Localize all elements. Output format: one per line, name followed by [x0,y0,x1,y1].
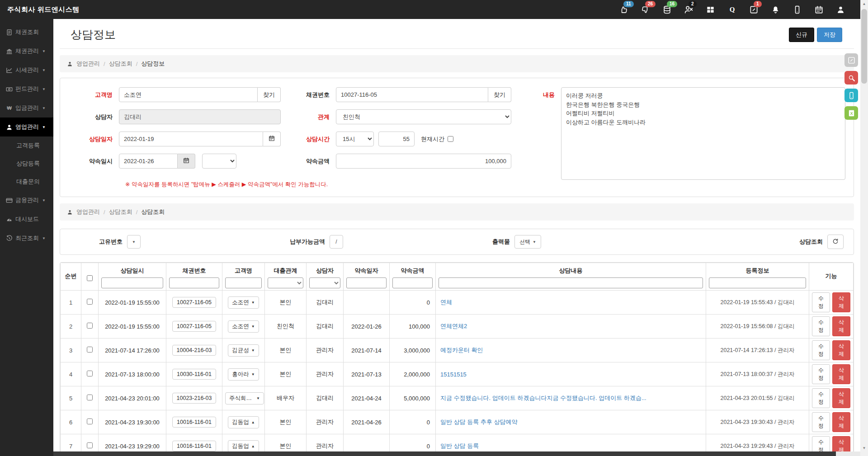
memo-edit-button[interactable] [844,53,858,67]
column-filter-input[interactable] [225,277,262,288]
customer-dropdown-button[interactable]: 소조연▼ [228,320,259,333]
delete-button[interactable]: 삭제 [832,436,850,451]
row-checkbox[interactable] [87,323,93,329]
row-checkbox[interactable] [87,347,93,353]
customer-dropdown-button[interactable]: 김동업▲ [228,416,259,428]
bond-find-button[interactable]: 찾기 [488,87,511,102]
promise-date-input[interactable] [119,154,178,169]
new-button[interactable]: 신규 [789,28,814,42]
sidebar-item-펀드관리[interactable]: 펀드관리▼ [0,80,53,99]
sidebar-subitem-고객등록[interactable]: 고객등록 [0,136,53,155]
consult-date-input[interactable] [119,132,263,146]
row-checkbox[interactable] [87,299,93,305]
column-filter-input[interactable] [101,277,163,288]
mobile-button[interactable] [844,89,858,102]
promise-time-select[interactable] [202,154,236,169]
consult-date-calendar-button[interactable] [263,132,281,146]
customer-dropdown-button[interactable]: 홍아라▼ [228,368,259,381]
column-filter-input[interactable] [346,277,387,288]
delete-button[interactable]: 삭제 [832,364,850,384]
breadcrumb-item[interactable]: 상담조회 [109,208,132,216]
current-time-checkbox[interactable] [448,136,453,142]
row-checkbox[interactable] [87,442,93,448]
consult-content-link[interactable]: 예정카운터 확인 [440,346,703,354]
edit-button[interactable]: 수정 [812,316,830,336]
pen-square-icon[interactable]: 1 [749,5,759,14]
payable-amount-input[interactable] [330,235,343,249]
column-filter-select[interactable] [268,277,303,288]
sidebar-item-금융관리[interactable]: 금융관리▼ [0,191,53,210]
bond-no-button[interactable]: 10016-116-01 [172,441,216,451]
vertical-scrollbar[interactable]: ▲ ▼ [860,0,868,456]
database-icon[interactable]: 16 [662,5,672,14]
edit-button[interactable]: 수정 [812,436,830,451]
row-checkbox[interactable] [87,371,93,376]
sidebar-item-시세관리[interactable]: 시세관리▼ [0,61,53,80]
customer-dropdown-button[interactable]: 소조연▼ [228,296,259,309]
consult-content-link[interactable]: 일반 상담 등록 [440,442,703,450]
thumbs-down-icon[interactable]: 26 [640,5,650,14]
promise-amount-input[interactable] [336,154,511,169]
windows-icon[interactable] [705,5,715,14]
column-filter-input[interactable] [439,277,703,288]
consult-content-link[interactable]: 15151515 [440,371,703,378]
consult-content-link[interactable]: 일반 상담 등록 추후 상담예약 [440,418,703,426]
column-filter-input[interactable] [169,277,219,288]
delete-button[interactable]: 삭제 [832,292,850,312]
thumbs-up-icon[interactable]: 11 [618,5,628,14]
breadcrumb-item[interactable]: 영업관리 [76,60,100,68]
breadcrumb-item[interactable]: 상담조회 [109,60,132,68]
consult-minute-input[interactable] [378,132,415,146]
row-checkbox[interactable] [87,395,93,400]
delete-button[interactable]: 삭제 [832,412,850,432]
edit-button[interactable]: 수정 [812,292,830,312]
bond-no-button[interactable]: 10027-116-05 [172,297,216,308]
edit-button[interactable]: 수정 [812,388,830,408]
sidebar-item-채권관리[interactable]: 채권관리▼ [0,42,53,61]
search-button[interactable] [844,71,858,85]
sidebar-item-최근조회[interactable]: 최근조회▼ [0,229,53,248]
refresh-button[interactable] [827,235,844,249]
sidebar-subitem-대출문의[interactable]: 대출문의 [0,173,53,191]
horizontal-scroll-thumb[interactable] [53,451,836,456]
bond-no-button[interactable]: 10004-216-03 [172,345,217,356]
sidebar-item-채권조회[interactable]: 채권조회 [0,23,53,42]
sidebar-item-영업관리[interactable]: 영업관리▼ [0,118,53,136]
breadcrumb-item[interactable]: 영업관리 [76,208,100,216]
unique-no-dropdown[interactable]: ▼ [127,235,141,249]
bond-no-input[interactable] [336,87,488,102]
bond-no-button[interactable]: 10016-116-01 [172,417,216,428]
bond-no-button[interactable]: 10023-216-03 [172,393,217,404]
bond-no-button[interactable]: 10030-116-01 [172,369,216,380]
column-filter-select[interactable] [309,277,340,288]
user-icon[interactable] [835,5,845,14]
customer-input[interactable] [119,87,258,102]
vertical-scroll-thumb[interactable] [861,9,867,84]
edit-button[interactable]: 수정 [812,340,830,360]
bell-icon[interactable] [770,5,780,14]
row-checkbox[interactable] [87,418,93,424]
edit-button[interactable]: 수정 [812,412,830,432]
select-all-checkbox[interactable] [87,275,93,281]
column-filter-input[interactable] [392,277,433,288]
consult-content-link[interactable]: 연체연체2 [440,322,703,330]
q-search-icon[interactable]: Q [727,5,737,14]
output-select-button[interactable]: 선택▼ [514,235,541,249]
user-x-icon[interactable]: 2 [684,5,693,14]
customer-dropdown-button[interactable]: 주식회사...▼ [225,392,264,404]
consult-content-link[interactable]: 지금 수정됐습니다. 업데이트 하겠습니다지금 수정됐습니다. 업데이트 하겠습… [440,394,703,402]
relation-select[interactable]: 친인척 [336,109,511,124]
customer-find-button[interactable]: 찾기 [258,87,281,102]
mobile-icon[interactable] [792,5,802,14]
edit-button[interactable]: 수정 [812,364,830,384]
delete-button[interactable]: 삭제 [832,316,850,336]
consult-content-link[interactable]: 연체 [440,298,703,306]
customer-dropdown-button[interactable]: 김동업▲ [228,440,259,452]
scroll-up-arrow[interactable]: ▲ [860,0,868,7]
excel-button[interactable]: X [844,106,858,120]
delete-button[interactable]: 삭제 [832,388,850,408]
promise-date-calendar-button[interactable] [178,154,195,169]
save-button[interactable]: 저장 [817,28,842,42]
content-textarea[interactable] [561,87,845,180]
calendar-icon[interactable] [814,5,824,14]
